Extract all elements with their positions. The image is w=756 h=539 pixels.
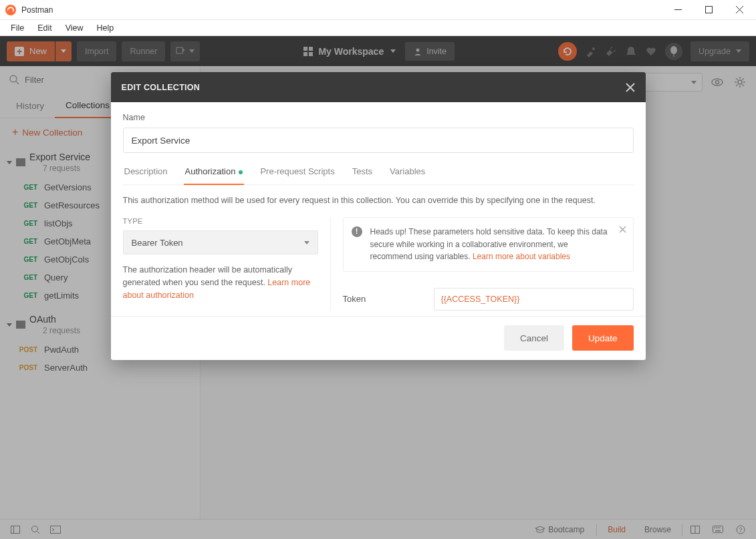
auth-type-value: Bearer Token	[132, 238, 183, 248]
menu-edit[interactable]: Edit	[31, 21, 59, 35]
window-close-button[interactable]	[724, 0, 755, 20]
cancel-button[interactable]: Cancel	[504, 325, 564, 351]
auth-description: This authorization method will be used f…	[123, 196, 634, 205]
close-icon	[626, 83, 635, 92]
tab-description[interactable]: Description	[123, 166, 169, 184]
learn-variables-link[interactable]: Learn more about variables	[473, 252, 570, 261]
window-maximize-button[interactable]	[693, 0, 724, 20]
modal-close-button[interactable]	[626, 83, 635, 92]
chevron-down-icon	[304, 241, 309, 244]
postman-logo-icon	[5, 5, 16, 15]
dismiss-warning-button[interactable]	[619, 226, 626, 233]
window-title: Postman	[21, 5, 53, 15]
edit-collection-modal: EDIT COLLECTION Name Description Authori…	[111, 72, 646, 360]
menu-help[interactable]: Help	[90, 21, 121, 35]
name-label: Name	[123, 113, 634, 122]
tab-tests[interactable]: Tests	[351, 166, 374, 184]
menu-file[interactable]: File	[4, 21, 31, 35]
warning-icon: !	[352, 226, 362, 237]
active-dot-icon	[239, 170, 243, 174]
modal-tabs: Description Authorization Pre-request Sc…	[123, 166, 634, 185]
window-titlebar: Postman	[0, 0, 756, 20]
auth-help-text: The authorization header will be automat…	[123, 264, 318, 301]
auth-type-select[interactable]: Bearer Token	[123, 230, 318, 254]
modal-title: EDIT COLLECTION	[122, 83, 201, 92]
update-label: Update	[588, 333, 618, 343]
close-icon	[619, 226, 626, 233]
tab-authorization[interactable]: Authorization	[184, 166, 245, 184]
update-button[interactable]: Update	[572, 325, 634, 351]
cancel-label: Cancel	[520, 333, 548, 343]
menu-view[interactable]: View	[59, 21, 90, 35]
tab-variables[interactable]: Variables	[388, 166, 426, 184]
tab-prerequest[interactable]: Pre-request Scripts	[259, 166, 336, 184]
collection-name-input[interactable]	[123, 128, 634, 153]
sensitive-data-warning: ! Heads up! These parameters hold sensit…	[343, 217, 634, 272]
token-input[interactable]	[434, 288, 634, 311]
modal-overlay: EDIT COLLECTION Name Description Authori…	[0, 36, 756, 539]
modal-header: EDIT COLLECTION	[111, 72, 646, 102]
window-minimize-button[interactable]	[662, 0, 693, 20]
tab-authorization-label: Authorization	[185, 166, 236, 176]
menubar: File Edit View Help	[0, 20, 756, 36]
token-label: Token	[343, 294, 423, 304]
type-label: TYPE	[123, 217, 318, 225]
modal-footer: Cancel Update	[111, 316, 646, 360]
svg-rect-1	[705, 7, 712, 13]
